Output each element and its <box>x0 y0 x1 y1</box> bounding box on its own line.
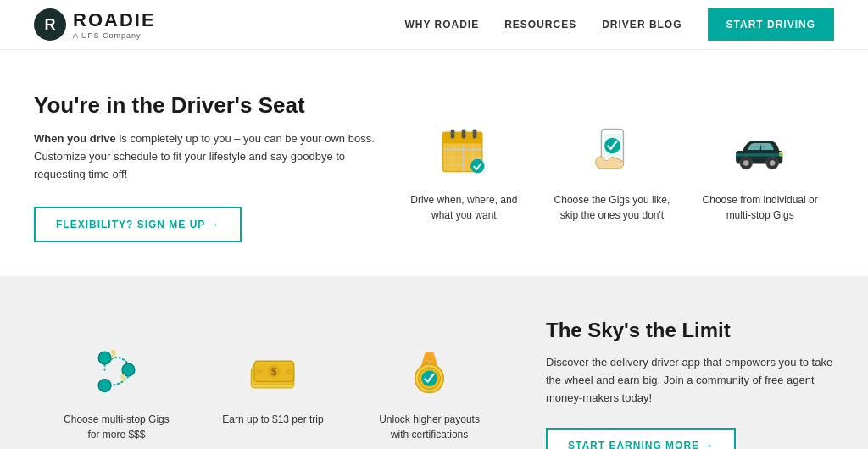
start-driving-button[interactable]: START DRIVING <box>708 8 834 41</box>
feature-earn-label: Earn up to $13 per trip <box>222 412 323 427</box>
logo-text-area: ROADIE A UPS Company <box>73 9 156 40</box>
drivers-seat-section: You're in the Driver's Seat When you dri… <box>0 50 868 276</box>
feature-car: Choose from individual or multi-stop Gig… <box>701 121 820 223</box>
section1-left: You're in the Driver's Seat When you dri… <box>34 92 390 242</box>
nav-why-roadie[interactable]: WHY ROADIE <box>404 19 479 30</box>
section2-right: The Sky's the Limit Discover the deliver… <box>512 319 834 449</box>
logo-sub: A UPS Company <box>73 31 156 40</box>
section2-body: Discover the delivery driver app that em… <box>546 354 834 407</box>
medal-icon <box>400 341 459 400</box>
svg-rect-5 <box>473 130 477 139</box>
phone-icon <box>582 121 642 180</box>
nav-resources[interactable]: RESOURCES <box>504 19 576 30</box>
svg-rect-2 <box>442 139 481 144</box>
logo-area: R ROADIE A UPS Company <box>34 8 156 41</box>
flexibility-signup-button[interactable]: FLEXIBILITY? SIGN ME UP → <box>34 207 242 242</box>
feature-choose-gigs: Choose the Gigs you like, skip the ones … <box>553 121 671 223</box>
nav-driver-blog[interactable]: DRIVER BLOG <box>602 19 682 30</box>
feature-earn: $ Earn up to $13 per trip <box>222 341 323 427</box>
section2-heading: The Sky's the Limit <box>546 319 834 342</box>
route-icon: $ $ <box>86 341 146 400</box>
nav: WHY ROADIE RESOURCES DRIVER BLOG START D… <box>404 8 834 41</box>
logo-brand: ROADIE <box>73 9 156 31</box>
svg-text:$: $ <box>111 349 116 358</box>
section2-features: $ $ Choose multi-stop Gigs for more $$$ … <box>34 341 512 442</box>
feature-choose-gigs-label: Choose the Gigs you like, skip the ones … <box>553 192 671 223</box>
svg-rect-4 <box>462 130 466 139</box>
cash-icon: $ <box>243 341 303 400</box>
svg-point-26 <box>98 380 111 392</box>
svg-point-12 <box>470 159 485 174</box>
svg-point-21 <box>770 160 776 166</box>
feature-multistop: $ $ Choose multi-stop Gigs for more $$$ <box>57 341 175 442</box>
svg-text:$: $ <box>271 366 277 378</box>
svg-point-35 <box>287 369 292 374</box>
logo-icon: R <box>34 8 66 41</box>
feature-certifications-label: Unlock higher payouts with certification… <box>370 412 489 442</box>
header: R ROADIE A UPS Company WHY ROADIE RESOUR… <box>0 0 868 50</box>
feature-certifications: Unlock higher payouts with certification… <box>370 341 489 442</box>
section1-heading: You're in the Driver's Seat <box>34 92 390 119</box>
svg-point-34 <box>256 369 262 374</box>
feature-drive-when: Drive when, where, and what you want <box>404 121 523 223</box>
section1-body-bold: When you drive <box>34 132 116 145</box>
svg-point-19 <box>743 160 749 166</box>
sky-limit-section: $ $ Choose multi-stop Gigs for more $$$ … <box>0 276 868 449</box>
svg-text:$: $ <box>120 374 125 384</box>
calendar-icon <box>434 121 493 180</box>
svg-rect-23 <box>736 153 782 156</box>
feature-car-label: Choose from individual or multi-stop Gig… <box>701 192 820 223</box>
section1-features: Drive when, where, and what you want <box>390 113 834 223</box>
section1-body: When you drive is completely up to you –… <box>34 130 390 183</box>
car-icon <box>731 121 790 180</box>
feature-drive-when-label: Drive when, where, and what you want <box>404 192 523 223</box>
svg-rect-3 <box>451 130 455 139</box>
svg-point-24 <box>98 352 111 364</box>
start-earning-button[interactable]: START EARNING MORE → <box>546 428 736 449</box>
feature-multistop-label: Choose multi-stop Gigs for more $$$ <box>57 412 175 442</box>
